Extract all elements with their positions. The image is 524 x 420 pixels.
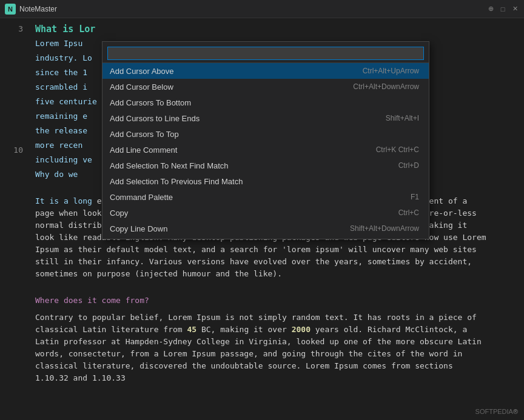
menu-item-shortcut: Shift+Alt+I xyxy=(386,114,419,122)
menu-item-label: Add Cursors To Top xyxy=(110,130,179,139)
menu-item-shortcut: Ctrl+K Ctrl+C xyxy=(376,145,419,154)
app-title: NoteMaster xyxy=(19,5,483,13)
menu-item-shortcut: Ctrl+Alt+UpArrow xyxy=(363,67,419,75)
menu-item-add-selection-next[interactable]: Add Selection To Next Find Match Ctrl+D xyxy=(102,158,429,173)
maximize-button[interactable]: □ xyxy=(499,5,507,13)
pin-button[interactable]: ⊕ xyxy=(486,5,495,13)
menu-item-add-cursor-above[interactable]: Add Cursor Above Ctrl+Alt+UpArrow xyxy=(102,63,429,79)
menu-item-label: Copy Line Down xyxy=(110,224,167,233)
menu-item-label: Add Line Comment xyxy=(110,145,177,155)
menu-item-label: Add Cursors To Bottom xyxy=(110,98,191,107)
menu-item-add-cursors-bottom[interactable]: Add Cursors To Bottom xyxy=(102,95,429,110)
menu-item-label: Command Palette xyxy=(110,193,173,202)
menu-item-copy[interactable]: Copy Ctrl+C xyxy=(102,205,429,221)
menu-item-add-cursors-line-ends[interactable]: Add Cursors to Line Ends Shift+Alt+I xyxy=(102,110,429,126)
menu-item-add-cursor-below[interactable]: Add Cursor Below Ctrl+Alt+DownArrow xyxy=(102,79,429,95)
app-icon: N xyxy=(5,4,16,15)
editor-container: 3 10 What is Lor Lorem xyxy=(0,18,524,420)
menu-item-label: Add Cursors to Line Ends xyxy=(110,114,200,123)
menu-item-add-selection-prev[interactable]: Add Selection To Previous Find Match xyxy=(102,173,429,189)
close-button[interactable]: ✕ xyxy=(511,5,519,13)
menu-item-shortcut: Shift+Alt+DownArrow xyxy=(350,224,419,233)
window-controls: ⊕ □ ✕ xyxy=(486,5,519,13)
menu-item-add-line-comment[interactable]: Add Line Comment Ctrl+K Ctrl+C xyxy=(102,142,429,158)
context-menu-overlay: Add Cursor Above Ctrl+Alt+UpArrow Add Cu… xyxy=(0,18,524,420)
menu-item-label: Copy xyxy=(110,208,128,218)
menu-item-copy-line-down[interactable]: Copy Line Down Shift+Alt+DownArrow xyxy=(102,221,429,236)
menu-item-label: Add Selection To Previous Find Match xyxy=(110,177,243,186)
menu-search-input[interactable] xyxy=(107,47,424,60)
menu-search-row xyxy=(102,44,429,63)
menu-item-shortcut: F1 xyxy=(411,193,419,201)
menu-item-label: Add Selection To Next Find Match xyxy=(110,161,229,170)
menu-item-shortcut: Ctrl+C xyxy=(398,208,419,217)
menu-item-add-cursors-top[interactable]: Add Cursors To Top xyxy=(102,126,429,142)
context-menu: Add Cursor Above Ctrl+Alt+UpArrow Add Cu… xyxy=(102,41,429,239)
menu-item-shortcut: Ctrl+Alt+DownArrow xyxy=(353,82,419,91)
menu-item-shortcut: Ctrl+D xyxy=(398,161,419,170)
menu-item-command-palette[interactable]: Command Palette F1 xyxy=(102,189,429,205)
menu-item-label: Add Cursor Above xyxy=(110,67,174,76)
titlebar: N NoteMaster ⊕ □ ✕ xyxy=(0,0,524,18)
menu-item-label: Add Cursor Below xyxy=(110,82,173,92)
